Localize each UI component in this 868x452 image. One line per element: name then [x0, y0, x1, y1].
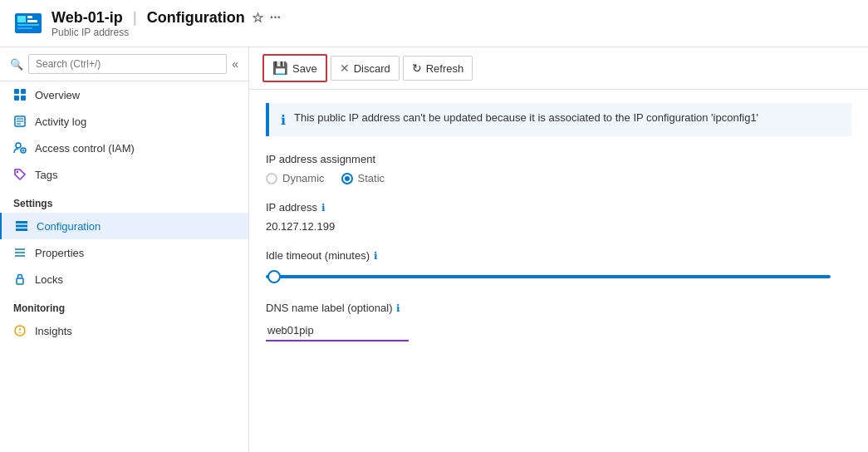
dynamic-radio-label: Dynamic	[282, 172, 325, 184]
sidebar-item-label: Insights	[35, 325, 72, 337]
ip-assignment-radio-group: Dynamic Static	[266, 172, 851, 184]
sidebar-item-activity-log[interactable]: Activity log	[0, 108, 248, 135]
svg-rect-19	[16, 221, 27, 224]
ip-address-info-icon[interactable]: ℹ	[321, 202, 326, 214]
save-label: Save	[292, 62, 317, 75]
locks-icon	[13, 273, 27, 286]
tags-icon	[13, 168, 27, 181]
discard-button[interactable]: ✕ Discard	[331, 56, 400, 81]
dns-name-label: DNS name label (optional) ℹ	[266, 302, 851, 314]
sidebar-item-label: Properties	[35, 247, 84, 259]
toolbar: 💾 Save ✕ Discard ↻ Refresh	[249, 47, 868, 90]
ip-address-section: IP address ℹ 20.127.12.199	[266, 201, 851, 233]
sidebar-item-properties[interactable]: Properties	[0, 239, 248, 266]
search-box: 🔍 «	[0, 47, 248, 81]
sidebar-item-tags[interactable]: Tags	[0, 161, 248, 188]
insights-icon	[13, 324, 27, 337]
page-subtitle: Configuration	[147, 9, 245, 27]
refresh-label: Refresh	[426, 62, 464, 75]
sidebar-item-insights[interactable]: Insights	[0, 317, 248, 344]
svg-rect-20	[16, 225, 27, 228]
properties-icon	[13, 246, 27, 259]
sidebar-item-access-control[interactable]: Access control (IAM)	[0, 135, 248, 161]
search-input[interactable]	[28, 54, 227, 74]
resource-name: Web-01-ip	[51, 9, 123, 27]
idle-timeout-label: Idle timeout (minutes) ℹ	[266, 249, 851, 262]
favorite-star[interactable]: ☆	[252, 10, 263, 26]
access-control-icon	[13, 141, 27, 155]
sidebar-item-label: Overview	[35, 89, 80, 101]
svg-rect-9	[21, 96, 26, 101]
svg-rect-5	[17, 27, 32, 29]
dns-info-icon[interactable]: ℹ	[396, 302, 400, 314]
svg-rect-3	[27, 20, 37, 22]
monitoring-section-header: Monitoring	[0, 292, 248, 317]
ip-assignment-section: IP address assignment Dynamic Static	[266, 153, 851, 184]
configuration-icon	[15, 219, 28, 233]
sidebar-item-configuration[interactable]: Configuration	[0, 213, 248, 239]
discard-icon: ✕	[340, 61, 350, 75]
sidebar-item-label: Activity log	[35, 115, 86, 128]
dynamic-radio[interactable]: Dynamic	[266, 172, 325, 184]
svg-rect-8	[14, 96, 19, 101]
dynamic-radio-circle	[266, 173, 277, 184]
resource-icon	[13, 8, 43, 38]
svg-rect-1	[17, 16, 26, 22]
refresh-icon: ↻	[412, 61, 422, 75]
activity-log-icon	[13, 115, 27, 128]
settings-section-header: Settings	[0, 188, 248, 213]
save-button[interactable]: 💾 Save	[262, 54, 327, 82]
discard-label: Discard	[354, 62, 390, 75]
resource-type: Public IP address	[51, 27, 281, 38]
idle-timeout-info-icon[interactable]: ℹ	[374, 250, 378, 262]
idle-timeout-slider-track	[266, 275, 831, 278]
svg-rect-6	[14, 89, 19, 94]
info-banner: ℹ This public IP address can't be update…	[266, 103, 851, 136]
idle-timeout-slider-thumb[interactable]	[267, 270, 281, 283]
save-icon: 💾	[272, 61, 288, 76]
static-radio-label: Static	[358, 172, 385, 184]
sidebar-item-label: Access control (IAM)	[35, 142, 135, 155]
sidebar-item-locks[interactable]: Locks	[0, 266, 248, 292]
sidebar-item-label: Tags	[35, 169, 57, 181]
content-area: ℹ This public IP address can't be update…	[249, 90, 868, 452]
page-header: Web-01-ip | Configuration ☆ ··· Public I…	[0, 0, 868, 47]
more-options-dots[interactable]: ···	[270, 10, 281, 25]
svg-rect-25	[17, 278, 23, 284]
ip-address-value: 20.127.12.199	[266, 220, 851, 233]
svg-rect-7	[21, 89, 26, 94]
svg-rect-21	[16, 228, 27, 231]
ip-address-label: IP address ℹ	[266, 201, 851, 214]
info-icon: ℹ	[281, 112, 286, 128]
main-content: 💾 Save ✕ Discard ↻ Refresh ℹ This public…	[249, 47, 868, 452]
overview-icon	[13, 88, 27, 101]
sidebar-item-label: Locks	[35, 273, 63, 286]
sidebar-item-overview[interactable]: Overview	[0, 81, 248, 108]
svg-rect-2	[27, 16, 32, 18]
sidebar-item-label: Configuration	[37, 220, 101, 233]
header-title-block: Web-01-ip | Configuration ☆ ··· Public I…	[51, 9, 281, 38]
static-radio[interactable]: Static	[341, 172, 385, 184]
svg-point-14	[16, 143, 21, 148]
static-radio-circle	[341, 173, 353, 184]
search-icon: 🔍	[10, 58, 23, 71]
title-separator: |	[133, 9, 137, 27]
svg-rect-4	[17, 24, 39, 26]
svg-point-18	[17, 171, 18, 173]
dns-input[interactable]	[266, 321, 409, 341]
idle-timeout-section: Idle timeout (minutes) ℹ	[266, 249, 851, 285]
refresh-button[interactable]: ↻ Refresh	[403, 56, 473, 81]
ip-assignment-label: IP address assignment	[266, 153, 851, 165]
idle-timeout-slider-container	[266, 268, 851, 285]
info-message: This public IP address can't be updated …	[294, 111, 758, 124]
sidebar: 🔍 « Overview Activity log Access control…	[0, 47, 249, 452]
collapse-button[interactable]: «	[232, 57, 238, 71]
svg-point-28	[19, 332, 21, 334]
dns-label-section: DNS name label (optional) ℹ	[266, 302, 851, 341]
